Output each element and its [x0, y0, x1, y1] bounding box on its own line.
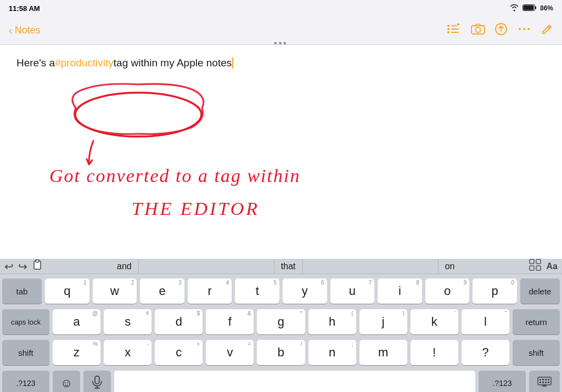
- space-key[interactable]: [114, 371, 475, 392]
- key-a[interactable]: @ a: [53, 309, 100, 334]
- keyboard-grid-icon[interactable]: [529, 259, 541, 274]
- emoji-key[interactable]: ☺: [53, 371, 80, 392]
- note-prefix: Here's a: [16, 56, 55, 71]
- svg-text:+: +: [458, 23, 459, 26]
- text-cursor: [232, 58, 233, 69]
- svg-rect-6: [451, 29, 459, 30]
- pred-word-that[interactable]: that: [274, 259, 303, 274]
- emoji-label: ☺: [60, 376, 72, 390]
- keyboard-key[interactable]: [529, 371, 560, 392]
- shift-left-key[interactable]: shift: [2, 340, 49, 365]
- keyboard-row-3: shift % z - x + c = v / b ;: [2, 340, 560, 365]
- key-e[interactable]: 3 e: [140, 279, 184, 304]
- pred-word-and[interactable]: and: [110, 259, 139, 274]
- annotation-overlay: Got converted to a tag within THE EDITOR: [0, 45, 562, 259]
- key-q[interactable]: 1 q: [45, 279, 89, 304]
- caps-lock-key[interactable]: caps lock: [2, 309, 49, 334]
- key-r[interactable]: 4 r: [188, 279, 232, 304]
- svg-rect-1: [535, 6, 536, 9]
- key-n[interactable]: ; n: [308, 340, 356, 365]
- svg-rect-29: [95, 376, 99, 384]
- numbers-left-label: .?123: [16, 379, 35, 388]
- share-icon[interactable]: [495, 23, 507, 38]
- svg-point-18: [527, 28, 530, 30]
- key-l[interactable]: " l: [462, 309, 509, 334]
- delete-key[interactable]: delete: [520, 279, 560, 304]
- svg-point-20: [75, 93, 201, 137]
- key-y[interactable]: 6 y: [283, 279, 327, 304]
- wifi-icon: [509, 4, 519, 13]
- tab-label: tab: [16, 287, 28, 296]
- list-icon[interactable]: +: [447, 23, 461, 38]
- back-label[interactable]: Notes: [15, 25, 41, 36]
- numbers-right-key[interactable]: .?123: [479, 371, 526, 392]
- svg-rect-33: [539, 379, 541, 380]
- shift-left-label: shift: [18, 348, 33, 357]
- note-area[interactable]: Here's a #productivity tag within my App…: [0, 45, 562, 259]
- shift-right-key[interactable]: shift: [513, 340, 560, 365]
- undo-icon[interactable]: ↩: [4, 260, 14, 273]
- compose-icon[interactable]: [541, 23, 553, 38]
- predictive-bar: ↩ ↪ and that on Aa: [0, 259, 562, 274]
- svg-point-12: [476, 27, 481, 32]
- keyboard-row-2: caps lock @ a # s $ d & f * g: [2, 309, 560, 334]
- key-q-main: q: [64, 285, 70, 297]
- key-p[interactable]: 0 p: [473, 279, 517, 304]
- key-d[interactable]: $ d: [155, 309, 203, 334]
- numbers-left-key[interactable]: .?123: [2, 371, 49, 392]
- key-k[interactable]: ' k: [411, 309, 458, 334]
- key-g[interactable]: * g: [257, 309, 305, 334]
- svg-point-7: [447, 31, 449, 33]
- clipboard-icon[interactable]: [32, 259, 43, 273]
- key-w[interactable]: 2 w: [93, 279, 137, 304]
- key-o[interactable]: 9 o: [425, 279, 470, 304]
- nav-left[interactable]: ‹ Notes: [9, 24, 41, 37]
- key-m[interactable]: : m: [359, 340, 407, 365]
- svg-point-3: [447, 25, 449, 27]
- svg-rect-8: [451, 32, 459, 33]
- key-q-sub: 1: [83, 280, 87, 286]
- key-question[interactable]: ?: [462, 340, 509, 365]
- key-t[interactable]: 5 t: [235, 279, 279, 304]
- return-label: return: [525, 317, 547, 327]
- svg-text:THE EDITOR: THE EDITOR: [132, 198, 260, 219]
- tab-key[interactable]: tab: [2, 279, 42, 304]
- numbers-right-label: .?123: [492, 379, 512, 388]
- svg-line-19: [548, 26, 550, 28]
- more-icon[interactable]: [517, 23, 531, 38]
- key-b[interactable]: / b: [257, 340, 305, 365]
- redo-icon[interactable]: ↪: [18, 260, 27, 273]
- key-h[interactable]: ( h: [308, 309, 356, 334]
- key-c[interactable]: + c: [155, 340, 203, 365]
- svg-text:Got converted to a tag within: Got converted to a tag within: [49, 166, 300, 186]
- svg-point-5: [447, 28, 449, 30]
- status-bar: 11:58 AM 86%: [0, 0, 562, 16]
- predictive-left: ↩ ↪: [4, 259, 43, 273]
- nav-bar: ‹ Notes ••• +: [0, 16, 562, 45]
- key-excl[interactable]: !: [411, 340, 458, 365]
- key-u[interactable]: 7 u: [330, 279, 375, 304]
- svg-point-17: [523, 28, 525, 30]
- back-arrow-icon[interactable]: ‹: [9, 24, 13, 37]
- svg-rect-26: [536, 259, 541, 264]
- mic-key[interactable]: [83, 371, 111, 392]
- predictive-right: Aa: [529, 259, 558, 274]
- key-f[interactable]: & f: [206, 309, 254, 334]
- key-x[interactable]: - x: [104, 340, 151, 365]
- svg-rect-39: [545, 382, 547, 383]
- pred-word-on[interactable]: on: [438, 259, 462, 274]
- note-tag: #productivity: [55, 56, 114, 71]
- key-i[interactable]: 8 i: [378, 279, 422, 304]
- font-size-icon[interactable]: Aa: [547, 262, 558, 271]
- return-key[interactable]: return: [513, 309, 560, 334]
- key-v[interactable]: = v: [206, 340, 254, 365]
- status-indicators: 86%: [509, 4, 553, 13]
- svg-rect-2: [523, 5, 533, 10]
- key-z[interactable]: % z: [53, 340, 100, 365]
- svg-rect-27: [530, 266, 534, 270]
- camera-icon[interactable]: [471, 23, 485, 38]
- key-j[interactable]: ) j: [359, 309, 407, 334]
- keyboard-area: ↩ ↪ and that on Aa: [0, 259, 562, 392]
- note-text: Here's a #productivity tag within my App…: [16, 56, 546, 71]
- key-s[interactable]: # s: [104, 309, 151, 334]
